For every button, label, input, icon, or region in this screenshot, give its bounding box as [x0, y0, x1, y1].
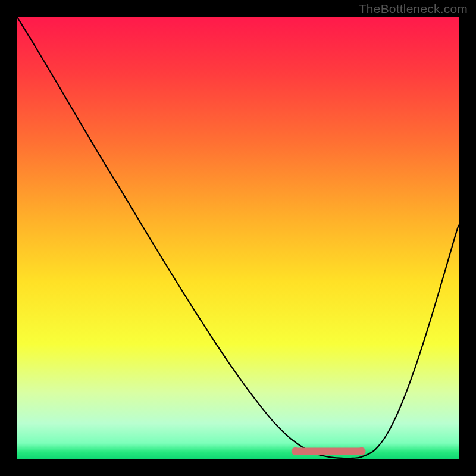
- svg-point-3: [358, 447, 365, 455]
- optimal-zone-marker: [292, 447, 366, 455]
- watermark-text: TheBottleneck.com: [359, 2, 468, 16]
- plot-area: [17, 17, 459, 459]
- svg-point-2: [292, 447, 299, 455]
- chart-stage: TheBottleneck.com: [0, 0, 476, 476]
- marker-layer: [17, 17, 459, 459]
